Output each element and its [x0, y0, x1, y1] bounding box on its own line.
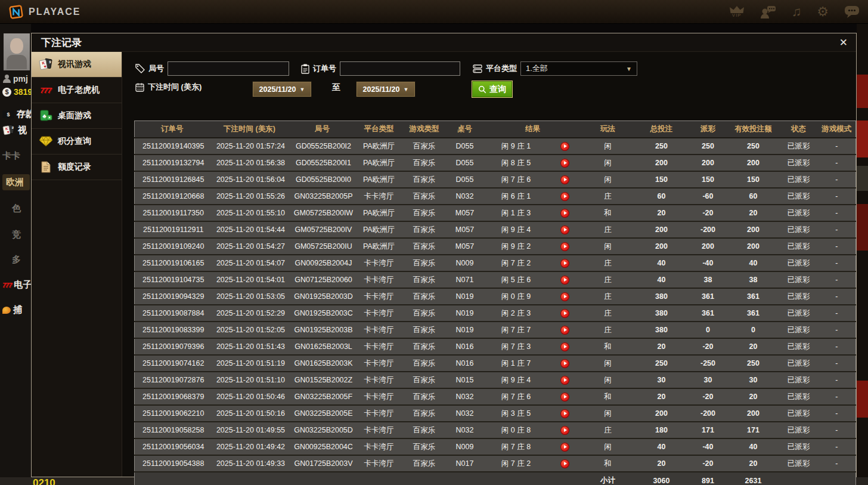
bg-tile	[857, 381, 868, 418]
replay-play-button[interactable]	[560, 209, 569, 218]
bet-time: 2025-11-20 01:54:27	[210, 238, 290, 255]
replay-play-button[interactable]	[560, 342, 569, 351]
sidebar-item-quota-records[interactable]: 额度记录	[32, 155, 122, 180]
replay-cell	[548, 238, 582, 255]
table-row: 2511200191047352025-11-20 01:54:01GN0712…	[135, 271, 856, 288]
lobby-nav-kaka[interactable]: 卡卡	[2, 150, 20, 162]
payout: 150	[689, 171, 727, 188]
play-icon	[564, 362, 567, 365]
status: 已派彩	[780, 155, 818, 171]
total-bet: 380	[634, 322, 689, 338]
table-no: N032	[446, 422, 484, 438]
svg-text:♣: ♣	[42, 113, 46, 119]
round-no-input[interactable]	[168, 61, 289, 76]
total-bet: 200	[634, 221, 689, 238]
replay-play-button[interactable]	[560, 376, 569, 385]
play-icon	[564, 194, 567, 198]
bet-option: 庄	[582, 255, 634, 271]
replay-play-button[interactable]	[560, 159, 569, 168]
replay-cell	[548, 438, 582, 455]
lobby-nav-jing[interactable]: 竞	[12, 229, 21, 240]
close-icon[interactable]: ✕	[839, 38, 848, 48]
play-icon	[564, 328, 567, 332]
messages-icon[interactable]	[844, 5, 860, 18]
bet-time: 2025-11-20 01:53:05	[210, 288, 290, 305]
payout: 38	[689, 271, 727, 288]
payout: -20	[689, 388, 727, 405]
round-no: GN03225B2005E	[290, 405, 355, 422]
replay-play-button[interactable]	[560, 359, 569, 368]
replay-play-button[interactable]	[560, 326, 569, 335]
lobby-nav-fishing[interactable]: 捕	[2, 304, 22, 316]
replay-play-button[interactable]	[560, 192, 569, 201]
total-bet: 30	[634, 372, 689, 388]
replay-play-button[interactable]	[560, 142, 569, 151]
vip-icon[interactable]: VIP	[729, 5, 745, 18]
slots-777-icon: 777	[38, 86, 54, 95]
replay-play-button[interactable]	[560, 242, 569, 251]
replay-cell	[548, 455, 582, 472]
bet-option: 闲	[582, 171, 634, 188]
round-no: GN07125B20060	[290, 271, 355, 288]
order-no: 251120019079396	[135, 338, 210, 355]
date-to-select[interactable]: 2025/11/20 ▼	[356, 81, 416, 97]
status: 已派彩	[780, 405, 818, 422]
table-no: N009	[446, 255, 484, 271]
settings-gear-icon[interactable]: ⚙	[817, 5, 829, 18]
lobby-nav-slots[interactable]: 777 电子	[2, 279, 31, 291]
total-bet: 40	[634, 271, 689, 288]
valid-bet: 171	[727, 422, 780, 438]
bet-time: 2025-11-20 01:54:01	[210, 271, 290, 288]
platform-type-select[interactable]: 1.全部 ▼	[520, 61, 637, 76]
replay-play-button[interactable]	[560, 409, 569, 418]
replay-play-button[interactable]	[560, 393, 569, 401]
total-bet: 40	[634, 438, 689, 455]
lobby-nav-video[interactable]: 9 K♥ 视	[2, 124, 27, 136]
music-icon[interactable]: ♫	[792, 5, 802, 18]
replay-play-button[interactable]	[560, 259, 569, 268]
replay-cell	[548, 372, 582, 388]
replay-play-button[interactable]	[560, 225, 569, 234]
support-chat-icon[interactable]	[760, 5, 776, 19]
game-mode: -	[818, 221, 856, 238]
game-type: 百家乐	[403, 271, 446, 288]
order-no: 251120019132794	[135, 155, 210, 171]
replay-play-button[interactable]	[560, 175, 569, 184]
lobby-nav-se[interactable]: 色	[12, 203, 21, 214]
status: 已派彩	[780, 205, 818, 221]
search-button[interactable]: 查询	[472, 81, 513, 98]
bet-option: 庄	[582, 422, 634, 438]
table-no: N017	[446, 455, 484, 472]
sidebar-item-slots[interactable]: 777 电子老虎机	[32, 78, 122, 103]
slots-777-icon: 777	[2, 282, 11, 289]
status: 已派彩	[780, 438, 818, 455]
replay-play-button[interactable]	[560, 276, 569, 285]
replay-cell	[548, 338, 582, 355]
replay-play-button[interactable]	[560, 292, 569, 301]
deposit-button[interactable]: $ 存款	[2, 109, 31, 120]
playing-cards-icon: 9 K♥	[2, 124, 16, 136]
date-from-select[interactable]: 2025/11/20 ▼	[252, 81, 312, 97]
sidebar-item-table-games[interactable]: ♣ 桌面游戏	[32, 103, 122, 129]
replay-cell	[548, 138, 582, 155]
balance-value: 3819	[14, 87, 31, 97]
col-round-no: 局号	[290, 121, 355, 138]
order-no-input[interactable]	[340, 61, 460, 76]
user-avatar[interactable]	[4, 33, 30, 70]
table-no: M057	[446, 205, 484, 221]
order-no: 251120019126845	[135, 171, 210, 188]
play-icon	[564, 245, 567, 248]
lobby-nav-europe[interactable]: 欧洲	[2, 174, 30, 190]
replay-play-button[interactable]	[560, 459, 569, 468]
sidebar-item-points[interactable]: 积分查询	[32, 129, 122, 155]
replay-play-button[interactable]	[560, 309, 569, 318]
lobby-nav-duo[interactable]: 多	[12, 254, 21, 265]
replay-play-button[interactable]	[560, 443, 569, 452]
table-header-row: 订单号 下注时间 (美东) 局号 平台类型 游戏类型 桌号 结果 玩法 总投注 …	[135, 121, 856, 138]
replay-play-button[interactable]	[560, 426, 569, 435]
username: pmj	[13, 74, 28, 84]
result-text: 闲 2 庄 3	[484, 305, 548, 322]
game-type: 百家乐	[403, 455, 446, 472]
sidebar-item-video-games[interactable]: 9 K♥ 视讯游戏	[32, 52, 122, 78]
bg-tile	[857, 75, 868, 108]
